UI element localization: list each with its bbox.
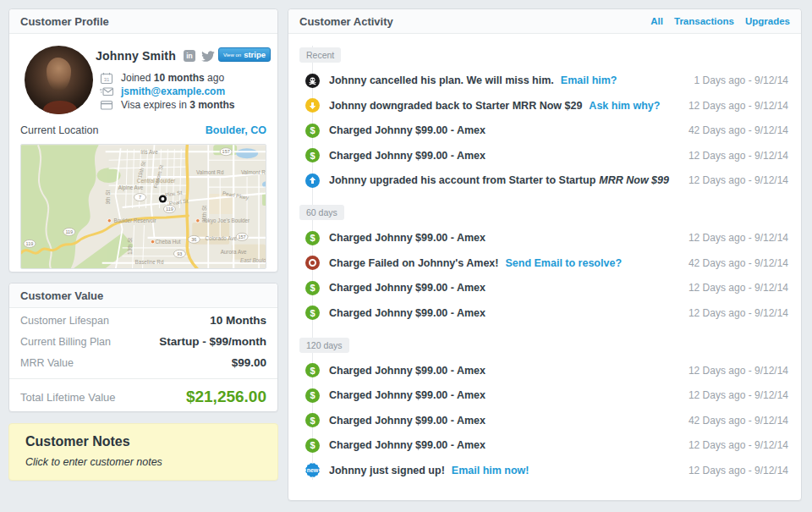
map-label: Tokyo Joe's Boulder <box>202 217 250 224</box>
activity-timestamp: 42 Days ago - 9/12/14 <box>689 124 788 136</box>
map-label: Colorado Ave <box>205 235 237 241</box>
activity-item: $Charged Johnny $99.00 - Amex12 Days ago… <box>299 306 788 321</box>
activity-item: $Charged Johnny $99.00 - Amex12 Days ago… <box>299 280 788 295</box>
card-expiry-row: Visa expires in 3 months <box>100 98 266 112</box>
activity-text: Charged Johnny $99.00 - Amex <box>329 232 486 244</box>
linkedin-icon[interactable]: in <box>184 50 195 62</box>
route-shield: 93 <box>173 250 185 257</box>
twitter-icon[interactable] <box>201 51 215 62</box>
activity-timestamp: 12 Days ago - 9/12/14 <box>689 174 788 186</box>
filter-transactions[interactable]: Transactions <box>674 16 734 26</box>
map-poi-marker <box>151 239 154 243</box>
svg-text:36: 36 <box>191 237 196 242</box>
charge-failed-icon <box>305 256 320 270</box>
activity-item: $Charged Johnny $99.00 - Amex12 Days ago… <box>299 438 788 453</box>
activity-text: Charged Johnny $99.00 - Amex <box>329 124 486 136</box>
activity-timestamp: 12 Days ago - 9/12/14 <box>689 389 788 401</box>
profile-card-title: Customer Profile <box>20 15 109 28</box>
value-row-lifespan: Customer Lifespan 10 Months <box>20 313 266 328</box>
activity-item: Johnny upgraded his account from Starter… <box>299 173 788 188</box>
route-shield: 36 <box>188 235 200 243</box>
value-row-billing-plan: Current Billing Plan Startup - $99/month <box>20 334 266 349</box>
activity-text: Johnny just signed up! <box>329 465 445 476</box>
activity-timestamp: 1 Days ago - 9/12/14 <box>694 74 788 86</box>
activity-action-link[interactable]: Email him now! <box>452 465 529 476</box>
total-lifetime-value-row: Total Lifetime Value $21,256.00 <box>20 388 266 406</box>
map-label: Baseline Rd <box>135 259 164 265</box>
svg-text:31: 31 <box>104 77 110 82</box>
dollar-icon: $ <box>305 413 320 427</box>
view-on-stripe-button[interactable]: View onstripe <box>218 47 271 62</box>
map-label: Iris Ave <box>140 149 158 155</box>
activity-text: Johnny cancelled his plan. We will miss … <box>329 74 554 86</box>
svg-text:7: 7 <box>139 195 141 200</box>
activity-text: Johnny upgraded his account from Starter… <box>329 174 595 186</box>
activity-text: Charged Johnny $99.00 - Amex <box>329 389 486 401</box>
activity-timestamp: 42 Days ago - 9/12/14 <box>689 415 788 427</box>
activity-emphasis: MRR Now $99 <box>599 174 669 186</box>
customer-email-link[interactable]: jsmith@example.com <box>121 85 225 97</box>
activity-text: Charged Johnny $99.00 - Amex <box>329 415 486 427</box>
joined-row: 31 Joined 10 months ago <box>100 71 266 85</box>
notes-placeholder[interactable]: Click to enter customer notes <box>25 456 261 468</box>
arrow-up-icon <box>305 173 320 188</box>
dollar-icon: $ <box>305 388 320 403</box>
svg-text:93: 93 <box>177 251 182 256</box>
dollar-icon: $ <box>305 438 320 453</box>
filter-all[interactable]: All <box>650 16 663 26</box>
customer-value-card: Customer Value Customer Lifespan 10 Mont… <box>8 283 278 412</box>
divider <box>9 378 277 379</box>
activity-card-title: Customer Activity <box>299 15 393 28</box>
customer-activity-header: Customer Activity AllTransactionsUpgrade… <box>288 9 801 34</box>
activity-text: Charged Johnny $99.00 - Amex <box>329 439 486 451</box>
customer-value-header: Customer Value <box>9 284 277 308</box>
customer-avatar <box>25 46 93 114</box>
timeline-badge: 120 days <box>299 338 349 353</box>
activity-timestamp: 42 Days ago - 9/12/14 <box>689 257 788 269</box>
total-lifetime-value: $21,256.00 <box>186 388 266 406</box>
dollar-icon: $ <box>305 124 320 138</box>
notes-title: Customer Notes <box>25 434 261 449</box>
activity-timestamp: 12 Days ago - 9/12/14 <box>689 465 788 476</box>
customer-name: Johnny Smith <box>96 49 176 63</box>
activity-action-link[interactable]: Send Email to resolve? <box>505 257 622 269</box>
map-poi-marker <box>107 219 111 223</box>
activity-timestamp: 12 Days ago - 9/12/14 <box>689 150 788 162</box>
email-row: jsmith@example.com <box>100 85 266 98</box>
dollar-icon: $ <box>305 148 320 162</box>
location-map[interactable]: Iris AveValmont RdValmont RdAlpine AveCe… <box>20 144 266 269</box>
map-label: Valmont Rd <box>241 169 266 175</box>
activity-item: $Charged Johnny $99.00 - Amex12 Days ago… <box>299 363 788 378</box>
customer-notes-card[interactable]: Customer Notes Click to enter customer n… <box>8 423 278 481</box>
activity-text: Charged Johnny $99.00 - Amex <box>329 307 486 319</box>
activity-timestamp: 12 Days ago - 9/12/14 <box>689 282 788 294</box>
activity-timestamp: 12 Days ago - 9/12/14 <box>689 100 788 112</box>
filter-upgrades[interactable]: Upgrades <box>745 16 790 26</box>
map-label: 9th St <box>105 190 111 205</box>
map-label: East Boulder <box>240 257 266 263</box>
value-card-title: Customer Value <box>20 289 103 302</box>
activity-item: $Charged Johnny $99.00 - Amex12 Days ago… <box>299 388 788 403</box>
map-label: Cheba Hut <box>155 239 180 245</box>
activity-text: Charged Johnny $99.00 - Amex <box>329 150 486 162</box>
activity-action-link[interactable]: Ask him why? <box>589 100 660 112</box>
activity-item: $Charged Johnny $99.00 - Amex12 Days ago… <box>299 148 788 163</box>
envelope-icon <box>100 86 113 96</box>
route-shield: 119 <box>24 239 36 247</box>
customer-activity-card: Customer Activity AllTransactionsUpgrade… <box>288 8 802 501</box>
svg-text:119: 119 <box>65 229 73 234</box>
activity-timestamp: 12 Days ago - 9/12/14 <box>689 307 788 319</box>
activity-action-link[interactable]: Email him? <box>561 74 617 86</box>
map-label: 13th St <box>127 238 133 255</box>
activity-text: Charge Failed on Johnny's Amex! <box>329 257 498 269</box>
location-link[interactable]: Boulder, CO <box>206 124 266 136</box>
dollar-icon: $ <box>305 281 320 295</box>
activity-filters: AllTransactionsUpgrades <box>650 16 790 26</box>
timeline-badge: Recent <box>299 47 341 63</box>
svg-text:119: 119 <box>26 241 34 246</box>
activity-item: Johnny downgraded back to Starter MRR No… <box>299 98 788 113</box>
route-shield: 157 <box>220 148 232 156</box>
activity-text: Charged Johnny $99.00 - Amex <box>329 365 486 377</box>
svg-text:157: 157 <box>239 234 246 239</box>
arrow-down-icon <box>305 98 320 113</box>
